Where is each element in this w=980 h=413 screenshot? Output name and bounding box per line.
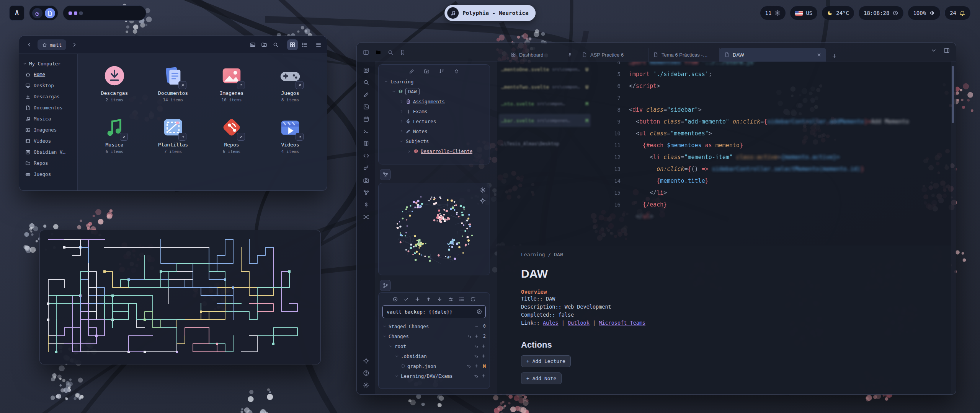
ribbon-network-icon[interactable] (363, 189, 369, 196)
tree-item-assignments[interactable]: Assignments (379, 96, 490, 106)
workspaces-pill[interactable] (63, 5, 146, 21)
plus-action-icon[interactable] (481, 354, 486, 358)
note-link-microsoft-teams[interactable]: Microsoft Teams (599, 320, 645, 326)
toggle-right-sidebar-icon[interactable] (944, 47, 950, 54)
list-view-button[interactable] (299, 39, 310, 50)
explorer-sort-icon[interactable] (439, 68, 444, 74)
git-pane-tab-icon[interactable] (380, 280, 391, 291)
ribbon-locate-icon[interactable] (363, 358, 369, 364)
tab-dashboard[interactable]: Dashboard (506, 48, 577, 62)
sidebar-section-my-computer[interactable]: My Computer (19, 59, 77, 69)
explorer-folderPlus-icon[interactable] (424, 68, 430, 74)
action-button--add-lecture[interactable]: + Add Lecture (521, 355, 571, 367)
new-tab-button[interactable] (828, 50, 840, 62)
git-row-root[interactable]: root (379, 341, 490, 351)
ribbon-pencil-icon[interactable] (363, 91, 369, 98)
preview-icon[interactable] (250, 42, 256, 48)
status-module-clock[interactable]: 18:08:28 (858, 6, 904, 20)
undo-action-icon[interactable] (467, 364, 471, 368)
tree-item-learning[interactable]: Learning (379, 76, 490, 86)
git-row-changes[interactable]: Changes2 (379, 331, 490, 341)
folder-tile-descargas[interactable]: Descargas2 items (85, 64, 144, 102)
close-tab-icon[interactable] (817, 52, 822, 57)
note-link-outlook[interactable]: Outlook (568, 320, 590, 326)
commit-message-input[interactable] (386, 309, 474, 315)
tree-item-subjects[interactable]: Subjects (379, 136, 490, 146)
git-refresh-icon[interactable] (470, 296, 476, 302)
tree-item-lectures[interactable]: Lectures (379, 116, 490, 126)
search-icon[interactable] (273, 42, 279, 48)
now-playing-pill[interactable]: Polyphia - Neurotica (444, 5, 536, 21)
ribbon-dollar-icon[interactable] (363, 202, 369, 208)
sidebar-item-descargas[interactable]: Descargas (19, 91, 77, 102)
ribbon-vault-icon[interactable] (363, 67, 369, 73)
git-plus-icon[interactable] (415, 296, 420, 302)
chevron-right-icon[interactable] (399, 99, 403, 104)
plus-action-icon[interactable] (474, 364, 479, 368)
folder-tile-videos[interactable]: Videos4 items (261, 115, 320, 154)
clear-message-icon[interactable] (476, 309, 482, 315)
new-folder-icon[interactable] (261, 42, 267, 48)
chevron-down-icon[interactable] (382, 334, 387, 338)
tree-item-daw[interactable]: DAW (379, 86, 490, 96)
folder-tile-juegos[interactable]: Juegos8 items (261, 64, 320, 102)
sidebar-item-juegos[interactable]: Juegos (19, 169, 77, 180)
tree-item-exams[interactable]: Exams (379, 106, 490, 116)
ribbon-help-icon[interactable] (363, 370, 369, 376)
bookmarks-panel-icon[interactable] (400, 49, 406, 55)
tab-asp-practice-6[interactable]: ASP Practice 6 (577, 48, 648, 62)
launcher-files-icon[interactable] (45, 8, 55, 18)
ribbon-dice-icon[interactable] (363, 104, 369, 110)
action-button--add-note[interactable]: + Add Note (521, 372, 562, 384)
git-circleDot-icon[interactable] (392, 296, 398, 302)
chevron-right-icon[interactable] (407, 149, 411, 153)
plus-action-icon[interactable] (474, 334, 479, 338)
tree-item-desarrollo-cliente[interactable]: Desarrollo-Cliente (379, 146, 490, 156)
status-module-weather[interactable]: 24°C (822, 6, 854, 20)
graph-settings-icon[interactable] (480, 187, 486, 193)
ribbon-terminal-icon[interactable] (363, 128, 369, 135)
graph-focus-icon[interactable] (480, 198, 486, 204)
ribbon-camera-icon[interactable] (363, 177, 369, 184)
git-row-staged-changes[interactable]: Staged Changes0 (379, 321, 490, 331)
chevron-right-icon[interactable] (399, 129, 403, 133)
folder-tile-imagenes[interactable]: Imagenes10 items (203, 64, 261, 102)
grid-view-button[interactable] (287, 39, 298, 50)
folder-tile-documentos[interactable]: Documentos14 items (144, 64, 203, 102)
status-module-keyboard-layout[interactable]: US (790, 6, 818, 20)
ribbon-gear-icon[interactable] (363, 382, 369, 389)
sidebar-item-musica[interactable]: Musica (19, 113, 77, 124)
sidebar-item-documentos[interactable]: Documentos (19, 102, 77, 113)
git-sliders-icon[interactable] (448, 296, 454, 302)
sidebar-item-obsidian-v-[interactable]: Obsidian V… (19, 146, 77, 158)
status-module-volume[interactable]: 100% (908, 6, 941, 20)
note-breadcrumb[interactable]: Learning / DAW (521, 252, 951, 257)
status-module-updates[interactable]: 11 (760, 6, 786, 20)
toggle-left-sidebar-icon[interactable] (363, 49, 369, 55)
back-button[interactable] (24, 40, 34, 50)
chevron-down-icon[interactable] (389, 344, 393, 348)
location-breadcrumb[interactable]: matt (38, 39, 66, 50)
git-row--obsidian[interactable]: .obsidian (379, 351, 490, 361)
launcher-button[interactable]: Λ (9, 5, 24, 21)
ribbon-codeI-icon[interactable] (363, 153, 369, 159)
undo-action-icon[interactable] (474, 344, 479, 348)
plus-action-icon[interactable] (481, 374, 486, 378)
chevron-down-icon[interactable] (395, 354, 399, 358)
chevron-right-icon[interactable] (399, 109, 403, 114)
status-module-notifications[interactable]: 24 (944, 6, 971, 20)
git-list-icon[interactable] (459, 296, 465, 302)
minus-action-icon[interactable] (474, 324, 479, 328)
sidebar-item-home[interactable]: Home (19, 69, 77, 80)
sidebar-item-imagenes[interactable]: Imagenes (19, 124, 77, 135)
sidebar-item-desktop[interactable]: Desktop (19, 80, 77, 91)
explorer-collapseAll-icon[interactable] (454, 68, 459, 74)
folder-tile-musica[interactable]: Musica6 items (85, 115, 144, 154)
workspace-indicator[interactable] (74, 11, 77, 15)
chevron-down-icon[interactable] (382, 324, 387, 328)
chevron-down-icon[interactable] (384, 80, 388, 84)
sidebar-item-videos[interactable]: Videos (19, 135, 77, 146)
tab-daw[interactable]: DAW (720, 48, 826, 62)
plus-action-icon[interactable] (481, 344, 486, 348)
note-link-aules[interactable]: Aules (543, 320, 559, 326)
